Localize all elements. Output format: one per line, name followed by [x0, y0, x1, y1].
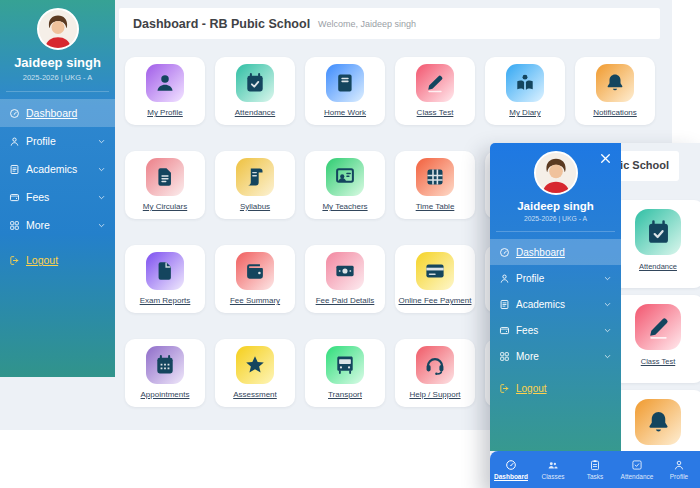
bottom-nav-classes[interactable]: Classes [532, 459, 574, 480]
bottom-nav-profile[interactable]: Profile [658, 459, 700, 480]
drawer-item-more[interactable]: More [490, 343, 621, 369]
tile-label: Assessment [233, 390, 277, 399]
user-name: Jaideep singh [0, 55, 115, 70]
tile-transport[interactable]: Transport [305, 339, 385, 407]
tile-my-profile[interactable]: My Profile [125, 57, 205, 125]
person-icon [154, 72, 176, 94]
sidebar-item-logout[interactable]: Logout [0, 246, 115, 274]
tile-label: Syllabus [240, 202, 270, 211]
tile-assessment[interactable]: Assessment [215, 339, 295, 407]
menu-item-label: Fees [516, 325, 603, 336]
tile-label: Transport [328, 390, 362, 399]
sidebar-item-dashboard[interactable]: Dashboard [0, 99, 115, 127]
tile-label: My Diary [509, 108, 541, 117]
drawer-item-fees[interactable]: Fees [490, 317, 621, 343]
mobile-bottom-nav: DashboardClassesTasksAttendanceProfile [490, 451, 700, 488]
credit-card-icon [424, 260, 446, 282]
tile-label: Home Work [324, 108, 366, 117]
note-icon [499, 299, 510, 310]
tile-label: Attendance [639, 262, 677, 271]
tile-my-teachers[interactable]: My Teachers [305, 151, 385, 219]
chevron-icon [603, 326, 612, 335]
tile-my-circulars[interactable]: My Circulars [125, 151, 205, 219]
book-icon [334, 72, 356, 94]
tile-label: Class Test [417, 108, 454, 117]
tile-my-diary[interactable]: My Diary [485, 57, 565, 125]
tile-syllabus[interactable]: Syllabus [215, 151, 295, 219]
tile-label: Time Table [416, 202, 455, 211]
welcome-text: Welcome, Jaideep singh [318, 19, 416, 29]
menu-item-label: Fees [26, 191, 97, 203]
nav-label: Attendance [621, 473, 654, 480]
tile-class-test[interactable]: Class Test [612, 295, 700, 383]
grid-o-icon [9, 220, 20, 231]
mobile-user-name: Jaideep singh [490, 200, 621, 212]
logout-icon [9, 255, 20, 266]
scroll-icon [244, 166, 266, 188]
mobile-drawer: Jaideep singh 2025-2026 | UKG - A Dashbo… [490, 143, 621, 451]
sidebar-item-fees[interactable]: Fees [0, 183, 115, 211]
bottom-nav-attendance[interactable]: Attendance [616, 459, 658, 480]
avatar-photo-icon [39, 10, 77, 48]
calendar-icon [154, 354, 176, 376]
menu-item-label: Logout [516, 383, 612, 394]
document-icon [154, 166, 176, 188]
drawer-item-profile[interactable]: Profile [490, 265, 621, 291]
tile-help-support[interactable]: Help / Support [395, 339, 475, 407]
nav-label: Profile [670, 473, 688, 480]
grid-o-icon [499, 351, 510, 362]
bottom-nav-tasks[interactable]: Tasks [574, 459, 616, 480]
tile-fee-summary[interactable]: Fee Summary [215, 245, 295, 313]
logout-icon [499, 383, 510, 394]
tile-label: Class Test [641, 357, 675, 366]
cash-icon [334, 260, 356, 282]
pencil-icon [645, 314, 672, 341]
sidebar-item-academics[interactable]: Academics [0, 155, 115, 183]
tile-label: Exam Reports [140, 296, 191, 305]
tile-exam-reports[interactable]: Exam Reports [125, 245, 205, 313]
drawer-item-dashboard[interactable]: Dashboard [490, 239, 621, 265]
tile-home-work[interactable]: Home Work [305, 57, 385, 125]
user-session: 2025-2026 | UKG - A [6, 73, 109, 92]
tile-attendance[interactable]: Attendance [215, 57, 295, 125]
user-o-icon [499, 273, 510, 284]
close-icon[interactable] [599, 152, 612, 165]
user-o-icon [9, 136, 20, 147]
menu-item-label: Dashboard [516, 247, 612, 258]
page-title: Dashboard - RB Pubic School [133, 17, 310, 31]
sidebar-item-profile[interactable]: Profile [0, 127, 115, 155]
chevron-icon [603, 300, 612, 309]
file-icon [154, 260, 176, 282]
drawer-item-logout[interactable]: Logout [490, 375, 621, 401]
mobile-avatar [534, 151, 578, 195]
desktop-sidebar-menu: DashboardProfileAcademicsFeesMoreLogout [0, 99, 115, 274]
tile-online-fee-payment[interactable]: Online Fee Payment [395, 245, 475, 313]
tile-time-table[interactable]: Time Table [395, 151, 475, 219]
pencil-icon [424, 72, 446, 94]
bus-icon [334, 354, 356, 376]
avatar [37, 8, 79, 50]
chevron-icon [603, 352, 612, 361]
tile-row: My ProfileAttendanceHome WorkClass TestM… [125, 57, 655, 125]
chevron-icon [97, 165, 106, 174]
tile-class-test[interactable]: Class Test [395, 57, 475, 125]
tile-label: Fee Summary [230, 296, 280, 305]
menu-item-label: Profile [26, 135, 97, 147]
headset-icon [424, 354, 446, 376]
tile-attendance[interactable]: Attendance [612, 200, 700, 288]
menu-item-label: More [516, 351, 603, 362]
tile-fee-paid-details[interactable]: Fee Paid Details [305, 245, 385, 313]
bottom-nav-dashboard[interactable]: Dashboard [490, 459, 532, 480]
page-header: Dashboard - RB Pubic School Welcome, Jai… [119, 8, 660, 39]
mobile-screenshot: Dashboard - RB Pubic School AttendanceCl… [490, 143, 700, 488]
tile-label: Help / Support [409, 390, 460, 399]
tile-appointments[interactable]: Appointments [125, 339, 205, 407]
drawer-item-academics[interactable]: Academics [490, 291, 621, 317]
wallet-o-icon [499, 325, 510, 336]
tile-label: My Profile [147, 108, 183, 117]
sidebar-item-more[interactable]: More [0, 211, 115, 239]
bell-icon [645, 409, 672, 436]
check-square-icon [631, 459, 643, 471]
tile-notifications[interactable]: Notifications [575, 57, 655, 125]
users-icon [547, 459, 559, 471]
